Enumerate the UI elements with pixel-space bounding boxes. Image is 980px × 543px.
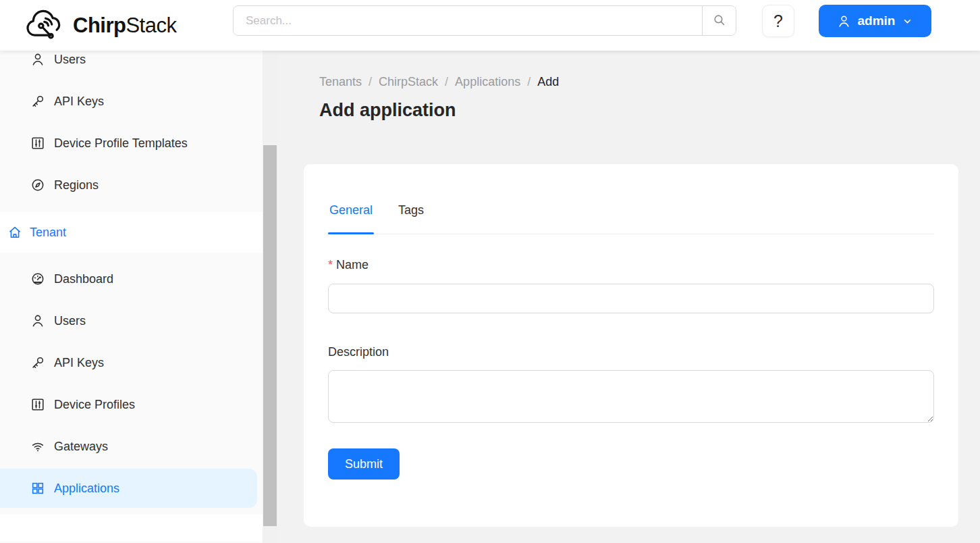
global-search [233, 5, 736, 36]
breadcrumb-separator: / [527, 75, 530, 89]
sidebar-item-api-keys[interactable]: API Keys [0, 82, 257, 121]
sidebar-item-api-keys[interactable]: API Keys [0, 343, 257, 382]
search-input[interactable] [234, 6, 702, 35]
wifi-icon [30, 439, 45, 454]
breadcrumb-item-add: Add [537, 75, 559, 89]
description-textarea[interactable] [328, 370, 934, 423]
sidebar-item-device-profiles[interactable]: Device Profiles [0, 385, 257, 424]
breadcrumb-separator: / [369, 75, 372, 89]
sidebar-item-dashboard[interactable]: Dashboard [0, 259, 257, 299]
sidebar-item-applications[interactable]: Applications [0, 469, 257, 508]
user-icon [30, 313, 45, 328]
sidebar-section-tenant[interactable]: Tenant [0, 212, 263, 253]
user-menu-button[interactable]: admin [819, 5, 931, 37]
breadcrumb-item-tenants[interactable]: Tenants [319, 75, 362, 89]
submit-button[interactable]: Submit [328, 448, 400, 480]
form-card: General Tags * Name Description Submit [304, 164, 958, 527]
tab-general[interactable]: General [328, 195, 374, 234]
search-button[interactable] [702, 6, 736, 35]
gauge-icon [30, 272, 45, 286]
name-input[interactable] [328, 284, 934, 313]
description-field-label: Description [328, 344, 934, 359]
sidebar-item-regions[interactable]: Regions [0, 165, 257, 205]
question-mark-icon: ? [773, 11, 783, 31]
sidebar-item-users[interactable]: Users [0, 51, 257, 79]
brand-wordmark: ChirpStack [73, 14, 176, 38]
user-icon [30, 52, 45, 67]
main-content: Tenants/ChirpStack/Applications/Add Add … [277, 51, 980, 543]
page-title: Add application [319, 100, 456, 121]
cloud-chirp-icon [22, 7, 66, 44]
key-icon [30, 355, 45, 370]
grid-icon [30, 481, 45, 496]
help-button[interactable]: ? [762, 5, 794, 37]
sidebar-item-gateways[interactable]: Gateways [0, 427, 257, 466]
sidebar-scrollbar-thumb[interactable] [263, 145, 277, 526]
tab-tags[interactable]: Tags [397, 195, 425, 234]
tab-bar: General Tags [328, 195, 934, 234]
sidebar-item-users[interactable]: Users [0, 301, 257, 340]
home-icon [7, 225, 22, 240]
app-header: ChirpStack ? admin [0, 0, 980, 51]
sidebar-nav: UsersAPI KeysDevice Profile TemplatesReg… [0, 51, 263, 543]
breadcrumb: Tenants/ChirpStack/Applications/Add [319, 75, 559, 89]
sidebar-item-device-profile-templates[interactable]: Device Profile Templates [0, 124, 257, 163]
sliders-icon [30, 136, 45, 151]
required-mark: * [328, 258, 333, 272]
breadcrumb-item-chirpstack[interactable]: ChirpStack [379, 75, 438, 89]
compass-icon [30, 178, 45, 192]
sidebar-scrollbar-track [263, 51, 277, 543]
chevron-down-icon [902, 16, 913, 27]
sidebar-end-strip [0, 515, 263, 542]
breadcrumb-item-applications[interactable]: Applications [455, 75, 520, 89]
sliders-icon [30, 397, 45, 412]
chirpstack-logo[interactable]: ChirpStack [22, 0, 176, 51]
name-field-label: * Name [328, 257, 934, 272]
user-name-label: admin [858, 14, 896, 28]
key-icon [30, 94, 45, 109]
breadcrumb-separator: / [445, 75, 448, 89]
user-icon [837, 14, 851, 28]
search-icon [712, 13, 726, 29]
